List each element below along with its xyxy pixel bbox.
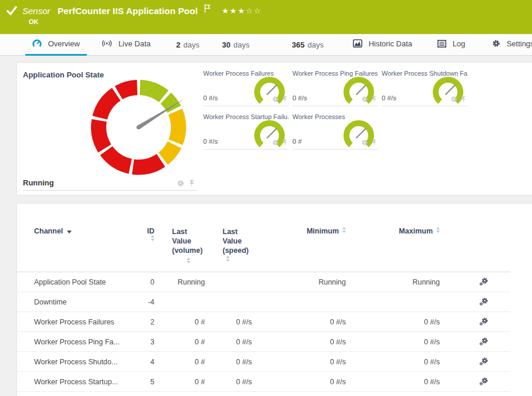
- tab-overview[interactable]: Overview: [25, 33, 87, 55]
- mini-gear-icon[interactable]: [272, 96, 279, 103]
- column-label: (speed): [223, 246, 248, 255]
- maximum-value: [363, 292, 457, 312]
- channel-settings-gears-icon[interactable]: [479, 377, 489, 387]
- last-value-volume: [172, 292, 223, 312]
- column-label: Last Value: [172, 228, 191, 245]
- column-label: Minimum: [307, 227, 339, 235]
- tab-2-days[interactable]: 2days: [169, 35, 207, 55]
- column-header-channel[interactable]: Channel: [17, 227, 143, 272]
- channel-id: 2: [143, 312, 172, 332]
- last-value-speed: [223, 272, 270, 292]
- tab-historic-data[interactable]: Historic Data: [346, 34, 419, 55]
- channel-id: 5: [143, 372, 172, 392]
- column-label: (volume): [172, 246, 203, 255]
- mini-pin-icon[interactable]: [282, 96, 288, 102]
- column-header-minimum[interactable]: Minimum: [270, 227, 363, 272]
- channel-settings-gears-icon[interactable]: [479, 297, 489, 307]
- area-chart-icon: [353, 39, 362, 49]
- sort-caret-icon: [67, 231, 72, 233]
- mini-gauges-grid: Worker Process Failures 0 #/s Worker Pro…: [203, 67, 467, 150]
- column-header-id[interactable]: ID: [143, 227, 172, 272]
- last-value-volume: 0 #: [172, 352, 223, 372]
- tab-label: Overview: [48, 39, 80, 48]
- last-value-speed: 0 #/s: [223, 312, 270, 332]
- mini-gear-icon[interactable]: [450, 96, 457, 103]
- sensor-title-line: Sensor PerfCounter IIS Application Pool …: [22, 4, 262, 16]
- tab-label: Log: [453, 39, 466, 48]
- tab-label: days: [233, 40, 249, 49]
- last-value-speed: [223, 392, 270, 396]
- channel-settings-gears-icon[interactable]: [479, 277, 489, 287]
- mini-gear-icon[interactable]: [272, 139, 279, 146]
- channel-id: 0: [143, 272, 172, 292]
- mini-pin-icon[interactable]: [371, 96, 377, 102]
- mini-gauge-value: 0 #/s: [203, 138, 218, 145]
- table-row: Worker Processes 1 0 # 0 # 0 #: [17, 392, 510, 396]
- maximum-value: Running: [363, 272, 457, 292]
- maximum-value: 0 #/s: [363, 312, 457, 332]
- channel-name: Worker Process Failures: [17, 312, 143, 332]
- gauge-actions: [177, 180, 195, 187]
- column-header-maximum[interactable]: Maximum: [363, 227, 457, 272]
- log-list-icon: [437, 40, 446, 49]
- table-row: Worker Process Shutdo... 4 0 # 0 #/s 0 #…: [17, 352, 510, 372]
- object-kind-label: Sensor: [22, 6, 50, 16]
- sort-arrows-icon: [226, 256, 230, 262]
- last-value-speed: 0 #/s: [223, 352, 270, 372]
- tab-live-data[interactable]: Live Data: [95, 34, 158, 55]
- maximum-value: 0 #/s: [363, 332, 457, 352]
- last-value-speed: [223, 292, 270, 312]
- channel-settings-gears-icon[interactable]: [479, 317, 489, 327]
- divider: [23, 190, 197, 191]
- column-label: Channel: [34, 227, 63, 235]
- tab-settings[interactable]: Settings: [485, 34, 532, 55]
- last-value-volume: 0 #: [172, 372, 223, 392]
- channel-id: -4: [143, 292, 172, 312]
- gauge-pin-icon[interactable]: [188, 180, 195, 187]
- column-header-actions: [457, 227, 510, 272]
- mini-gauge-value: 0 #: [292, 138, 302, 145]
- gauges-panel: Application Pool State Running Worker Pr…: [16, 62, 532, 195]
- table-row: Worker Process Failures 2 0 # 0 #/s 0 #/…: [17, 312, 510, 332]
- mini-gear-icon[interactable]: [361, 96, 368, 103]
- last-value-volume: 0 #: [172, 312, 223, 332]
- gauge-dial-icon: [32, 39, 42, 49]
- last-value-volume: 0 #: [172, 392, 223, 396]
- mini-gauge-cell: Worker Process Ping Failures 0 #/s: [292, 67, 378, 106]
- tab-number: 365: [292, 40, 305, 49]
- channels-table: Channel ID Last Value (volume) Last Valu…: [17, 227, 510, 396]
- last-value-speed: 0 #/s: [223, 332, 270, 352]
- tab-log[interactable]: Log: [430, 34, 472, 55]
- minimum-value: 0 #/s: [270, 312, 363, 332]
- application-pool-state-gauge: [89, 77, 188, 177]
- priority-stars-rating[interactable]: ★★★☆☆: [222, 6, 262, 15]
- gear-icon: [492, 39, 500, 49]
- last-value-volume: Running: [172, 272, 223, 292]
- channels-table-panel: Channel ID Last Value (volume) Last Valu…: [16, 203, 532, 396]
- status-ok-check-icon: [6, 5, 18, 16]
- priority-flag-icon[interactable]: [204, 4, 211, 13]
- channel-id: 4: [143, 352, 172, 372]
- column-label: ID: [147, 227, 155, 235]
- table-row: Worker Process Startup... 5 0 # 0 #/s 0 …: [17, 372, 510, 392]
- mini-gauge-value: 0 #/s: [292, 94, 307, 101]
- column-header-last-value-speed[interactable]: Last Value (speed): [223, 227, 270, 272]
- mini-pin-icon[interactable]: [282, 139, 288, 145]
- column-header-last-value-volume[interactable]: Last Value (volume): [172, 227, 223, 272]
- channel-settings-gears-icon[interactable]: [479, 357, 489, 367]
- tab-bar: Overview Live Data 2days 30days 365days …: [0, 34, 532, 56]
- tab-30-days[interactable]: 30days: [215, 35, 257, 55]
- channel-name: Application Pool State: [17, 272, 143, 292]
- mini-gear-icon[interactable]: [361, 139, 368, 146]
- tab-365-days[interactable]: 365days: [285, 35, 331, 55]
- gauge-settings-gear-icon[interactable]: [177, 180, 184, 187]
- page-content: Application Pool State Running Worker Pr…: [0, 62, 532, 396]
- mini-pin-icon[interactable]: [371, 139, 377, 145]
- mini-gauge-cell: Worker Process Shutdown Fa... 0 #/s: [382, 67, 467, 106]
- channel-settings-gears-icon[interactable]: [479, 337, 489, 347]
- table-row: Worker Process Ping Fa... 3 0 # 0 #/s 0 …: [17, 332, 510, 352]
- mini-gauge-value: 0 #/s: [203, 94, 218, 101]
- mini-pin-icon[interactable]: [460, 96, 466, 102]
- sort-arrows-icon: [151, 235, 154, 241]
- prtg-sensor-page: Sensor PerfCounter IIS Application Pool …: [0, 0, 532, 396]
